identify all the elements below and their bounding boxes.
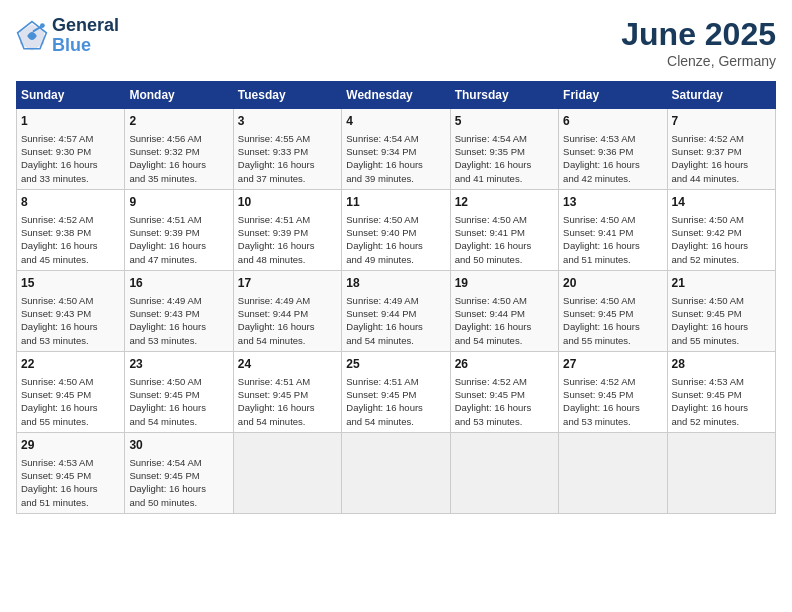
col-friday: Friday	[559, 82, 667, 109]
day-info: Sunrise: 4:49 AM Sunset: 9:44 PM Dayligh…	[238, 294, 337, 347]
calendar-cell: 7Sunrise: 4:52 AM Sunset: 9:37 PM Daylig…	[667, 109, 775, 190]
day-info: Sunrise: 4:53 AM Sunset: 9:45 PM Dayligh…	[21, 456, 120, 509]
day-info: Sunrise: 4:57 AM Sunset: 9:30 PM Dayligh…	[21, 132, 120, 185]
day-number: 10	[238, 194, 337, 211]
day-info: Sunrise: 4:51 AM Sunset: 9:39 PM Dayligh…	[238, 213, 337, 266]
day-info: Sunrise: 4:50 AM Sunset: 9:44 PM Dayligh…	[455, 294, 554, 347]
day-info: Sunrise: 4:49 AM Sunset: 9:44 PM Dayligh…	[346, 294, 445, 347]
calendar-cell: 14Sunrise: 4:50 AM Sunset: 9:42 PM Dayli…	[667, 189, 775, 270]
calendar-cell	[342, 432, 450, 513]
day-info: Sunrise: 4:54 AM Sunset: 9:45 PM Dayligh…	[129, 456, 228, 509]
calendar-cell: 27Sunrise: 4:52 AM Sunset: 9:45 PM Dayli…	[559, 351, 667, 432]
calendar-week-3: 22Sunrise: 4:50 AM Sunset: 9:45 PM Dayli…	[17, 351, 776, 432]
day-info: Sunrise: 4:55 AM Sunset: 9:33 PM Dayligh…	[238, 132, 337, 185]
calendar-cell: 11Sunrise: 4:50 AM Sunset: 9:40 PM Dayli…	[342, 189, 450, 270]
day-number: 3	[238, 113, 337, 130]
day-number: 17	[238, 275, 337, 292]
svg-point-2	[40, 23, 45, 28]
day-info: Sunrise: 4:52 AM Sunset: 9:37 PM Dayligh…	[672, 132, 771, 185]
calendar-cell: 8Sunrise: 4:52 AM Sunset: 9:38 PM Daylig…	[17, 189, 125, 270]
day-number: 27	[563, 356, 662, 373]
calendar-subtitle: Clenze, Germany	[621, 53, 776, 69]
day-number: 4	[346, 113, 445, 130]
day-number: 13	[563, 194, 662, 211]
day-number: 14	[672, 194, 771, 211]
day-number: 26	[455, 356, 554, 373]
col-tuesday: Tuesday	[233, 82, 341, 109]
day-number: 20	[563, 275, 662, 292]
day-info: Sunrise: 4:51 AM Sunset: 9:45 PM Dayligh…	[238, 375, 337, 428]
day-number: 21	[672, 275, 771, 292]
day-number: 9	[129, 194, 228, 211]
day-number: 23	[129, 356, 228, 373]
day-info: Sunrise: 4:52 AM Sunset: 9:45 PM Dayligh…	[455, 375, 554, 428]
day-number: 12	[455, 194, 554, 211]
day-number: 25	[346, 356, 445, 373]
calendar-cell: 30Sunrise: 4:54 AM Sunset: 9:45 PM Dayli…	[125, 432, 233, 513]
calendar-week-4: 29Sunrise: 4:53 AM Sunset: 9:45 PM Dayli…	[17, 432, 776, 513]
logo-icon	[16, 20, 48, 52]
calendar-title: June 2025	[621, 16, 776, 53]
logo: General Blue	[16, 16, 119, 56]
calendar-week-1: 8Sunrise: 4:52 AM Sunset: 9:38 PM Daylig…	[17, 189, 776, 270]
day-info: Sunrise: 4:51 AM Sunset: 9:45 PM Dayligh…	[346, 375, 445, 428]
calendar-cell: 23Sunrise: 4:50 AM Sunset: 9:45 PM Dayli…	[125, 351, 233, 432]
day-number: 8	[21, 194, 120, 211]
calendar-cell: 10Sunrise: 4:51 AM Sunset: 9:39 PM Dayli…	[233, 189, 341, 270]
col-saturday: Saturday	[667, 82, 775, 109]
logo-text: General Blue	[52, 16, 119, 56]
day-number: 2	[129, 113, 228, 130]
day-info: Sunrise: 4:53 AM Sunset: 9:45 PM Dayligh…	[672, 375, 771, 428]
day-info: Sunrise: 4:51 AM Sunset: 9:39 PM Dayligh…	[129, 213, 228, 266]
calendar-cell: 15Sunrise: 4:50 AM Sunset: 9:43 PM Dayli…	[17, 270, 125, 351]
calendar-week-2: 15Sunrise: 4:50 AM Sunset: 9:43 PM Dayli…	[17, 270, 776, 351]
title-block: June 2025 Clenze, Germany	[621, 16, 776, 69]
header-row: Sunday Monday Tuesday Wednesday Thursday…	[17, 82, 776, 109]
logo-line1: General	[52, 16, 119, 36]
day-info: Sunrise: 4:54 AM Sunset: 9:35 PM Dayligh…	[455, 132, 554, 185]
day-info: Sunrise: 4:54 AM Sunset: 9:34 PM Dayligh…	[346, 132, 445, 185]
calendar-table: Sunday Monday Tuesday Wednesday Thursday…	[16, 81, 776, 514]
calendar-cell: 19Sunrise: 4:50 AM Sunset: 9:44 PM Dayli…	[450, 270, 558, 351]
day-number: 5	[455, 113, 554, 130]
calendar-cell: 20Sunrise: 4:50 AM Sunset: 9:45 PM Dayli…	[559, 270, 667, 351]
day-info: Sunrise: 4:50 AM Sunset: 9:45 PM Dayligh…	[129, 375, 228, 428]
day-number: 15	[21, 275, 120, 292]
col-wednesday: Wednesday	[342, 82, 450, 109]
calendar-cell	[233, 432, 341, 513]
day-info: Sunrise: 4:50 AM Sunset: 9:43 PM Dayligh…	[21, 294, 120, 347]
day-number: 19	[455, 275, 554, 292]
day-number: 7	[672, 113, 771, 130]
calendar-cell: 22Sunrise: 4:50 AM Sunset: 9:45 PM Dayli…	[17, 351, 125, 432]
day-number: 24	[238, 356, 337, 373]
calendar-cell: 26Sunrise: 4:52 AM Sunset: 9:45 PM Dayli…	[450, 351, 558, 432]
calendar-cell: 17Sunrise: 4:49 AM Sunset: 9:44 PM Dayli…	[233, 270, 341, 351]
day-number: 11	[346, 194, 445, 211]
calendar-cell	[450, 432, 558, 513]
calendar-cell: 16Sunrise: 4:49 AM Sunset: 9:43 PM Dayli…	[125, 270, 233, 351]
day-info: Sunrise: 4:50 AM Sunset: 9:45 PM Dayligh…	[21, 375, 120, 428]
calendar-cell: 25Sunrise: 4:51 AM Sunset: 9:45 PM Dayli…	[342, 351, 450, 432]
day-info: Sunrise: 4:50 AM Sunset: 9:45 PM Dayligh…	[672, 294, 771, 347]
calendar-cell: 21Sunrise: 4:50 AM Sunset: 9:45 PM Dayli…	[667, 270, 775, 351]
day-info: Sunrise: 4:56 AM Sunset: 9:32 PM Dayligh…	[129, 132, 228, 185]
day-info: Sunrise: 4:50 AM Sunset: 9:45 PM Dayligh…	[563, 294, 662, 347]
day-number: 18	[346, 275, 445, 292]
calendar-cell: 28Sunrise: 4:53 AM Sunset: 9:45 PM Dayli…	[667, 351, 775, 432]
day-info: Sunrise: 4:50 AM Sunset: 9:42 PM Dayligh…	[672, 213, 771, 266]
day-info: Sunrise: 4:50 AM Sunset: 9:40 PM Dayligh…	[346, 213, 445, 266]
day-number: 22	[21, 356, 120, 373]
calendar-cell: 3Sunrise: 4:55 AM Sunset: 9:33 PM Daylig…	[233, 109, 341, 190]
calendar-cell: 12Sunrise: 4:50 AM Sunset: 9:41 PM Dayli…	[450, 189, 558, 270]
calendar-cell	[559, 432, 667, 513]
page-header: General Blue June 2025 Clenze, Germany	[16, 16, 776, 69]
calendar-cell: 5Sunrise: 4:54 AM Sunset: 9:35 PM Daylig…	[450, 109, 558, 190]
day-number: 30	[129, 437, 228, 454]
calendar-cell: 2Sunrise: 4:56 AM Sunset: 9:32 PM Daylig…	[125, 109, 233, 190]
calendar-cell: 13Sunrise: 4:50 AM Sunset: 9:41 PM Dayli…	[559, 189, 667, 270]
calendar-cell: 9Sunrise: 4:51 AM Sunset: 9:39 PM Daylig…	[125, 189, 233, 270]
day-info: Sunrise: 4:49 AM Sunset: 9:43 PM Dayligh…	[129, 294, 228, 347]
col-thursday: Thursday	[450, 82, 558, 109]
day-info: Sunrise: 4:52 AM Sunset: 9:45 PM Dayligh…	[563, 375, 662, 428]
calendar-cell: 24Sunrise: 4:51 AM Sunset: 9:45 PM Dayli…	[233, 351, 341, 432]
